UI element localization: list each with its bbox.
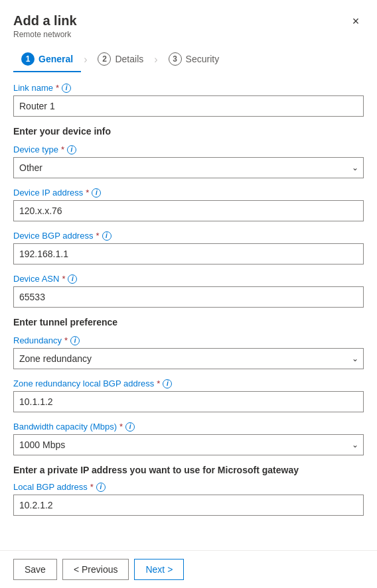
redundancy-label: Redundancy <box>13 335 62 345</box>
local-bgp-input[interactable] <box>13 495 364 516</box>
local-bgp-label: Local BGP address <box>13 482 88 492</box>
gateway-header: Enter a private IP address you want to u… <box>13 465 364 475</box>
link-name-input[interactable] <box>13 95 364 117</box>
device-bgp-label: Device BGP address <box>13 231 93 241</box>
device-ip-required: * <box>86 188 89 198</box>
tab-details-label: Details <box>115 54 143 64</box>
bandwidth-label-row: Bandwidth capacity (Mbps) * i <box>13 422 364 432</box>
bandwidth-required: * <box>119 422 123 432</box>
device-type-required: * <box>61 145 64 154</box>
tab-divider-1: › <box>81 54 90 66</box>
device-type-group: Device type * i Other Cisco Juniper Palo… <box>13 145 364 178</box>
dialog-header: Add a link Remote network × <box>0 0 377 39</box>
zone-bgp-label: Zone redundancy local BGP address <box>13 379 154 388</box>
tab-security[interactable]: 3 Security <box>161 47 228 72</box>
device-type-info-icon[interactable]: i <box>67 145 76 154</box>
dialog-title: Add a link <box>13 13 364 29</box>
device-asn-required: * <box>62 274 65 284</box>
tab-security-label: Security <box>186 54 220 64</box>
link-name-label: Link name <box>13 83 53 93</box>
tab-general-label: General <box>38 54 73 64</box>
device-ip-label-row: Device IP address * i <box>13 188 364 198</box>
link-name-required: * <box>56 83 59 93</box>
device-type-label: Device type <box>13 145 58 154</box>
device-asn-label: Device ASN <box>13 274 59 284</box>
device-info-header: Enter your device info <box>13 126 364 137</box>
save-button[interactable]: Save <box>13 559 57 580</box>
close-button[interactable]: × <box>345 11 366 32</box>
redundancy-label-row: Redundancy * i <box>13 335 364 345</box>
next-button[interactable]: Next > <box>134 559 184 580</box>
device-type-label-row: Device type * i <box>13 145 364 154</box>
local-bgp-group: Local BGP address * i <box>13 482 364 516</box>
tab-general[interactable]: 1 General <box>13 47 81 72</box>
device-ip-info-icon[interactable]: i <box>92 188 101 198</box>
redundancy-group: Redundancy * i Zone redundancy No redund… <box>13 335 364 369</box>
local-bgp-info-icon[interactable]: i <box>96 483 106 492</box>
device-asn-info-icon[interactable]: i <box>68 274 77 284</box>
zone-bgp-label-row: Zone redundancy local BGP address * i <box>13 379 364 388</box>
zone-bgp-input[interactable] <box>13 391 364 412</box>
device-asn-group: Device ASN * i <box>13 274 364 308</box>
tunnel-header: Enter tunnel preference <box>13 317 364 327</box>
link-name-label-row: Link name * i <box>13 83 364 93</box>
redundancy-select-wrapper: Zone redundancy No redundancy ⌄ <box>13 348 364 369</box>
local-bgp-label-row: Local BGP address * i <box>13 482 364 492</box>
bandwidth-select-wrapper: 500 Mbps 1000 Mbps 2000 Mbps 5000 Mbps ⌄ <box>13 434 364 455</box>
device-bgp-group: Device BGP address * i <box>13 231 364 265</box>
tab-general-number: 1 <box>21 52 35 66</box>
redundancy-required: * <box>64 335 68 345</box>
bandwidth-label: Bandwidth capacity (Mbps) <box>13 422 117 432</box>
add-link-dialog: Add a link Remote network × 1 General › … <box>0 0 377 588</box>
tabs-container: 1 General › 2 Details › 3 Security <box>0 39 377 72</box>
device-ip-input[interactable] <box>13 200 364 221</box>
device-type-select[interactable]: Other Cisco Juniper Palo Alto Check Poin… <box>13 157 364 178</box>
bandwidth-select[interactable]: 500 Mbps 1000 Mbps 2000 Mbps 5000 Mbps <box>13 434 364 455</box>
bandwidth-group: Bandwidth capacity (Mbps) * i 500 Mbps 1… <box>13 422 364 455</box>
form-body: Link name * i Enter your device info Dev… <box>0 72 377 550</box>
dialog-subtitle: Remote network <box>13 30 364 39</box>
device-asn-label-row: Device ASN * i <box>13 274 364 284</box>
redundancy-info-icon[interactable]: i <box>70 336 80 345</box>
zone-bgp-info-icon[interactable]: i <box>163 379 172 388</box>
device-ip-label: Device IP address <box>13 188 83 198</box>
tab-details-number: 2 <box>98 52 111 66</box>
zone-bgp-group: Zone redundancy local BGP address * i <box>13 379 364 412</box>
local-bgp-required: * <box>90 482 94 492</box>
tab-security-number: 3 <box>169 52 182 66</box>
tab-divider-2: › <box>151 54 160 66</box>
device-asn-input[interactable] <box>13 286 364 308</box>
footer: Save < Previous Next > <box>0 550 377 588</box>
previous-button[interactable]: < Previous <box>62 559 129 580</box>
device-type-select-wrapper: Other Cisco Juniper Palo Alto Check Poin… <box>13 157 364 178</box>
link-name-info-icon[interactable]: i <box>62 84 71 93</box>
device-bgp-info-icon[interactable]: i <box>102 231 112 241</box>
bandwidth-info-icon[interactable]: i <box>125 422 135 432</box>
device-bgp-label-row: Device BGP address * i <box>13 231 364 241</box>
link-name-group: Link name * i <box>13 83 364 117</box>
zone-bgp-required: * <box>157 379 160 388</box>
device-ip-group: Device IP address * i <box>13 188 364 221</box>
redundancy-select[interactable]: Zone redundancy No redundancy <box>13 348 364 369</box>
device-bgp-input[interactable] <box>13 243 364 265</box>
device-bgp-required: * <box>96 231 99 241</box>
tab-details[interactable]: 2 Details <box>90 47 151 72</box>
